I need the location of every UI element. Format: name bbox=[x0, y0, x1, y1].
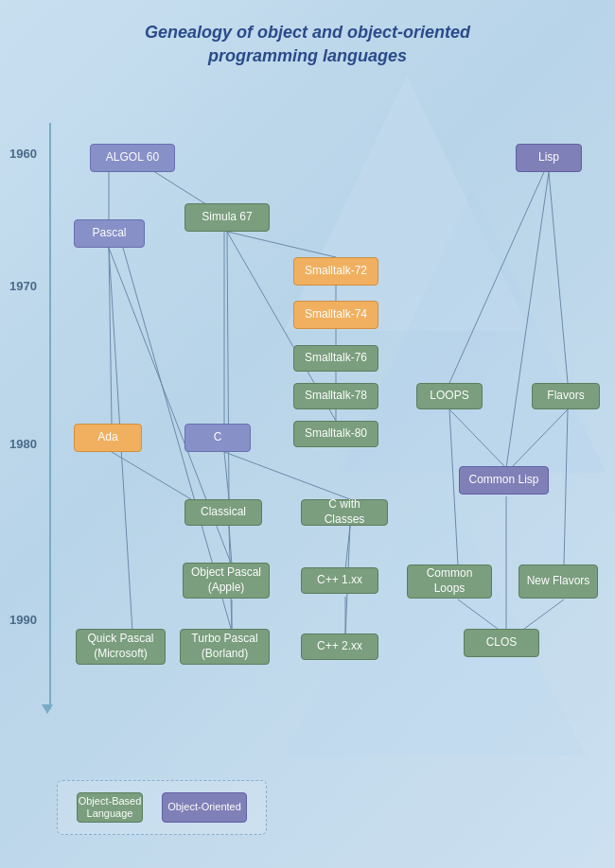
node-c: C bbox=[184, 424, 251, 452]
node-ada: Ada bbox=[74, 424, 142, 452]
node-cpp1: C++ 1.xx bbox=[301, 567, 378, 594]
legend: Object-BasedLanguage Object-Oriented bbox=[57, 780, 267, 835]
year-1960: 1960 bbox=[9, 147, 37, 161]
node-quickpascal: Quick Pascal(Microsoft) bbox=[76, 629, 166, 665]
node-classical: Classical bbox=[184, 499, 262, 526]
node-smalltalk72: Smalltalk-72 bbox=[293, 257, 378, 286]
node-smalltalk78: Smalltalk-78 bbox=[293, 383, 378, 409]
svg-line-25 bbox=[520, 599, 564, 632]
node-algol60: ALGOL 60 bbox=[90, 144, 175, 172]
svg-line-28 bbox=[345, 526, 350, 570]
svg-line-20 bbox=[564, 409, 568, 565]
page-title: Genealogy of object and object-oriented … bbox=[0, 0, 615, 78]
timeline-axis bbox=[49, 123, 51, 709]
svg-marker-1 bbox=[341, 189, 606, 473]
node-pascal: Pascal bbox=[74, 219, 145, 248]
legend-item-object-based: Object-BasedLanguage bbox=[77, 792, 143, 823]
node-smalltalk76: Smalltalk-76 bbox=[293, 345, 378, 372]
legend-item-object-oriented: Object-Oriented bbox=[162, 792, 247, 823]
svg-line-35 bbox=[112, 452, 191, 499]
svg-line-16 bbox=[449, 172, 544, 383]
svg-line-24 bbox=[458, 599, 501, 632]
timeline-arrow bbox=[42, 704, 53, 714]
svg-line-5 bbox=[227, 232, 336, 257]
node-loops: LOOPS bbox=[416, 383, 483, 409]
svg-line-27 bbox=[224, 452, 229, 499]
node-commonlisp: Common Lisp bbox=[459, 466, 549, 495]
node-newflavors: New Flavors bbox=[518, 564, 598, 599]
node-cpp2: C++ 2.xx bbox=[301, 634, 378, 660]
node-clos: CLOS bbox=[464, 629, 539, 657]
svg-line-17 bbox=[549, 172, 568, 383]
node-flavors: Flavors bbox=[532, 383, 600, 409]
node-objectpascal: Object Pascal(Apple) bbox=[183, 563, 270, 599]
year-1970: 1970 bbox=[9, 279, 37, 293]
svg-marker-0 bbox=[284, 76, 530, 331]
node-smalltalk80: Smalltalk-80 bbox=[293, 421, 378, 447]
node-commonloops: Common Loops bbox=[407, 564, 492, 599]
node-smalltalk74: Smalltalk-74 bbox=[293, 301, 378, 329]
svg-line-8 bbox=[109, 248, 112, 424]
year-1980: 1980 bbox=[9, 437, 37, 451]
node-cwithclasses: C with Classes bbox=[301, 499, 388, 526]
svg-line-31 bbox=[229, 526, 232, 565]
svg-line-22 bbox=[511, 409, 568, 468]
node-simula67: Simula 67 bbox=[184, 203, 270, 232]
legend-box-green: Object-BasedLanguage bbox=[77, 792, 143, 823]
svg-line-18 bbox=[506, 172, 549, 468]
node-lisp: Lisp bbox=[516, 144, 582, 172]
svg-line-19 bbox=[449, 409, 458, 565]
svg-line-26 bbox=[224, 452, 350, 499]
svg-line-21 bbox=[449, 409, 506, 468]
legend-box-purple: Object-Oriented bbox=[162, 792, 247, 823]
node-turbopascal: Turbo Pascal(Borland) bbox=[180, 629, 270, 665]
year-1990: 1990 bbox=[9, 613, 37, 627]
svg-line-7 bbox=[227, 232, 229, 499]
